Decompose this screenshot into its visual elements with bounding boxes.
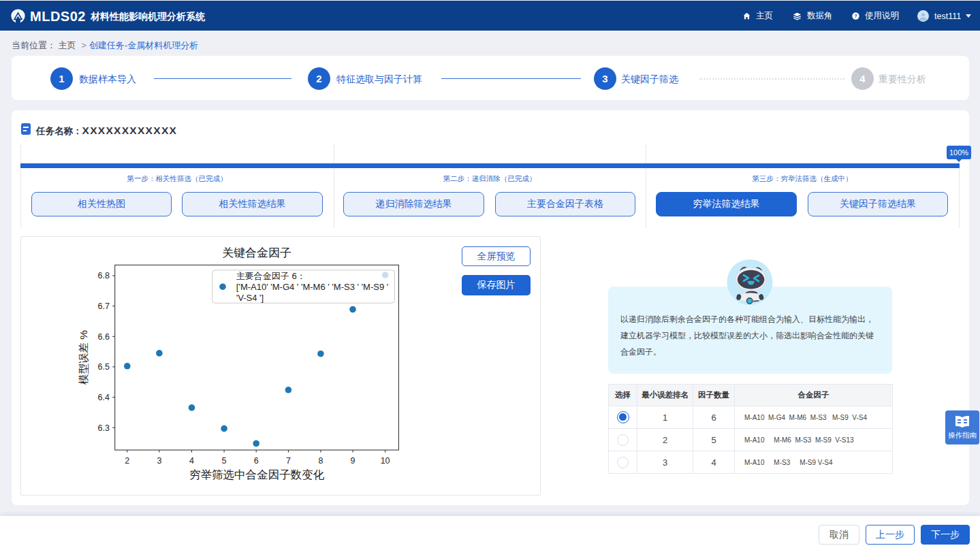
svg-text:主要合金因子 6：: 主要合金因子 6： [236, 271, 306, 281]
svg-text:模型误差 %: 模型误差 % [78, 330, 89, 385]
svg-text:8: 8 [318, 456, 323, 466]
svg-text:9: 9 [351, 456, 355, 466]
svg-text:?: ? [854, 13, 857, 19]
svg-text:关键合金因子: 关键合金因子 [222, 246, 291, 259]
svg-text:6.7: 6.7 [98, 302, 110, 311]
svg-text:10: 10 [381, 456, 390, 466]
svg-text:4: 4 [189, 456, 194, 466]
svg-text:6.4: 6.4 [98, 393, 110, 402]
svg-text:6.5: 6.5 [98, 362, 110, 372]
svg-text:6.3: 6.3 [98, 423, 110, 433]
svg-text:6.8: 6.8 [98, 271, 110, 280]
svg-text:穷举筛选中合金因子数变化: 穷举筛选中合金因子数变化 [189, 468, 325, 481]
svg-text:3: 3 [157, 456, 161, 466]
svg-text:5: 5 [222, 456, 227, 466]
svg-text:'V-S4 ']: 'V-S4 '] [236, 293, 264, 303]
svg-text:2: 2 [125, 456, 129, 466]
svg-text:7: 7 [286, 456, 291, 466]
svg-text:['M-A10' 'M-G4 ' 'M-M6 ' 'M-S3: ['M-A10' 'M-G4 ' 'M-M6 ' 'M-S3 ' 'M-S9 ' [236, 282, 388, 292]
svg-text:6: 6 [254, 456, 259, 466]
svg-text:6.6: 6.6 [98, 332, 110, 342]
